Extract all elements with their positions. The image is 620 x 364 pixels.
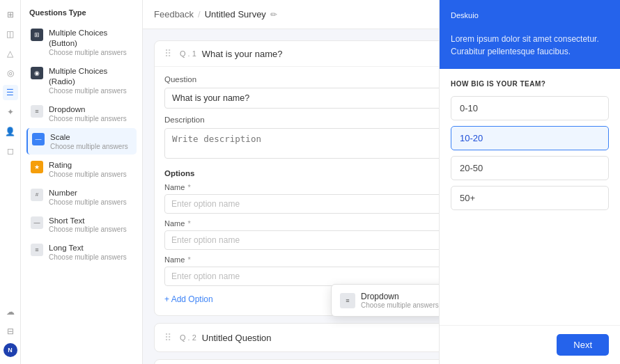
desku-option-4[interactable]: 50+ <box>451 186 609 210</box>
sidebar-item-scale[interactable]: — Scale Choose multiple answers <box>26 128 137 155</box>
desku-option-3[interactable]: 20-50 <box>451 156 609 180</box>
dropdown-sub: Choose multiple answers <box>49 115 132 122</box>
number-label: Number <box>49 188 132 198</box>
desku-footer: Next <box>440 325 620 364</box>
add-option-button[interactable]: + Add Option <box>164 292 213 307</box>
icon-bar-list[interactable]: ☰ <box>3 85 18 100</box>
dropdown-label: Dropdown <box>49 104 132 115</box>
short-text-label: Short Text <box>49 216 132 226</box>
multiple-button-label: Multiple Choices (Button) <box>49 28 132 49</box>
breadcrumb: Feedback / Untitled Survey ✏ <box>154 9 277 19</box>
icon-bar-star[interactable]: ✦ <box>3 104 18 120</box>
sidebar-title: Questions Type <box>26 8 137 17</box>
sidebar-item-multiple-radio[interactable]: ◉ Multiple Choices (Radio) Choose multip… <box>26 62 137 99</box>
icon-bar-layout[interactable]: ◫ <box>3 26 18 42</box>
main-content: Feedback / Untitled Survey ✏ Continue ⠿ … <box>143 0 620 364</box>
desku-logo: Deskuio <box>451 11 609 27</box>
sidebar-item-short-text[interactable]: — Short Text Choose multiple answers <box>26 212 137 238</box>
drag-handle-2[interactable]: ⠿ <box>164 332 171 343</box>
tooltip-sub: Choose multiple answers <box>361 301 439 309</box>
sidebar-item-multiple-button[interactable]: ⊞ Multiple Choices (Button) Choose multi… <box>26 24 137 61</box>
breadcrumb-current: Untitled Survey <box>205 9 266 19</box>
icon-bar-circle[interactable]: ◎ <box>3 65 18 81</box>
multiple-radio-label: Multiple Choices (Radio) <box>49 66 132 87</box>
desku-overlay: Deskuio Lorem ipsum dolor sit amet conse… <box>439 0 620 364</box>
icon-bar: ⊞ ◫ △ ◎ ☰ ✦ 👤 ◻ ☁ ⊟ N <box>0 0 21 364</box>
short-text-icon: — <box>31 216 43 229</box>
tooltip-icon: ≡ <box>340 293 355 308</box>
edit-icon[interactable]: ✏ <box>270 10 277 19</box>
scale-sub: Choose multiple answers <box>50 143 132 150</box>
sidebar: Questions Type ⊞ Multiple Choices (Butto… <box>21 0 143 364</box>
rating-sub: Choose multiple answers <box>49 171 132 178</box>
scale-icon: — <box>32 133 45 145</box>
multiple-radio-icon: ◉ <box>31 67 43 79</box>
rating-label: Rating <box>49 160 132 171</box>
next-button[interactable]: Next <box>557 334 609 356</box>
icon-bar-minus[interactable]: ⊟ <box>3 324 18 339</box>
sidebar-item-rating[interactable]: ★ Rating Choose multiple answers <box>26 156 137 182</box>
multiple-radio-sub: Choose multiple answers <box>49 87 132 95</box>
desku-body: HOW BIG IS YOUR TEAM? 0-10 10-20 20-50 5… <box>440 69 620 325</box>
breadcrumb-parent[interactable]: Feedback <box>154 9 194 19</box>
tooltip-label: Dropdown <box>361 292 439 301</box>
user-avatar[interactable]: N <box>3 343 17 357</box>
scale-label: Scale <box>50 132 132 143</box>
desku-description: Lorem ipsum dolor sit amet consectetur. … <box>451 33 609 58</box>
icon-bar-square[interactable]: ◻ <box>3 143 18 159</box>
number-icon: # <box>31 189 43 201</box>
short-text-sub: Choose multiple answers <box>49 225 132 233</box>
q1-number: Q . 1 <box>180 49 196 58</box>
tooltip-popup: ≡ Dropdown Choose multiple answers <box>331 284 448 317</box>
number-sub: Choose multiple answers <box>49 198 132 206</box>
multiple-button-icon: ⊞ <box>31 29 43 41</box>
long-text-label: Long Text <box>49 243 132 253</box>
q2-number: Q . 2 <box>180 333 196 342</box>
desku-option-1[interactable]: 0-10 <box>451 96 609 120</box>
icon-bar-triangle[interactable]: △ <box>3 46 18 61</box>
sidebar-item-long-text[interactable]: ≡ Long Text Choose multiple answers <box>26 239 137 265</box>
q2-title: Untitled Question <box>202 333 272 343</box>
icon-bar-user[interactable]: 👤 <box>3 124 18 139</box>
q1-title: What is your name? <box>202 49 283 59</box>
desku-header: Deskuio Lorem ipsum dolor sit amet conse… <box>440 0 620 69</box>
long-text-icon: ≡ <box>31 244 43 256</box>
desku-question: HOW BIG IS YOUR TEAM? <box>451 80 609 88</box>
long-text-sub: Choose multiple answers <box>49 253 132 261</box>
multiple-button-sub: Choose multiple answers <box>49 49 132 56</box>
icon-bar-cloud[interactable]: ☁ <box>3 304 18 319</box>
rating-icon: ★ <box>31 161 43 173</box>
drag-handle-1[interactable]: ⠿ <box>164 48 171 59</box>
sidebar-item-number[interactable]: # Number Choose multiple answers <box>26 184 137 210</box>
dropdown-icon: ≡ <box>31 105 43 118</box>
sidebar-item-dropdown[interactable]: ≡ Dropdown Choose multiple answers <box>26 100 137 127</box>
icon-bar-grid[interactable]: ⊞ <box>3 7 18 22</box>
breadcrumb-separator: / <box>198 9 201 19</box>
desku-option-2[interactable]: 10-20 <box>451 126 609 150</box>
